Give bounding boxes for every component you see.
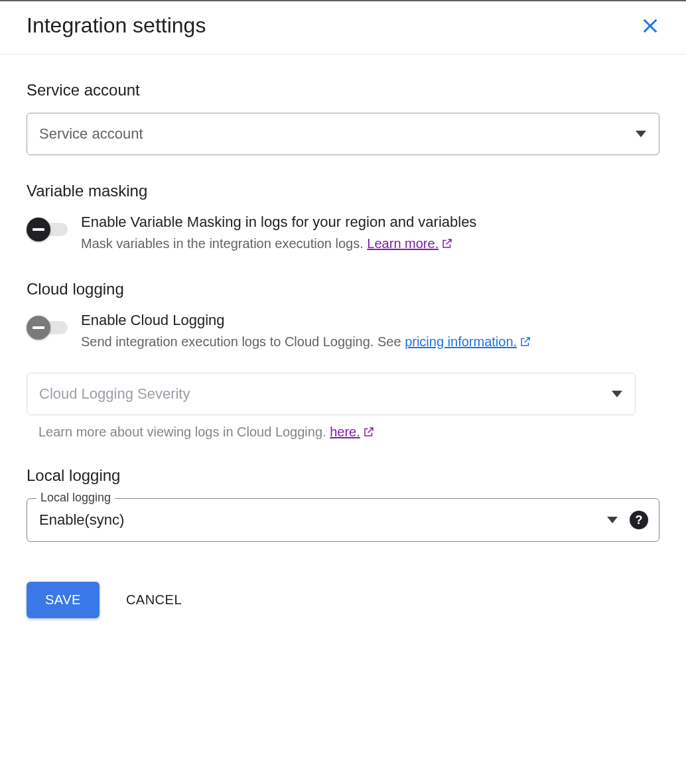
chevron-down-icon [607,514,618,526]
button-row: SAVE CANCEL [27,582,659,618]
service-account-placeholder: Service account [39,125,143,143]
variable-masking-section: Variable masking Enable Variable Masking… [27,182,659,253]
pricing-information-link[interactable]: pricing information. [405,334,517,349]
external-link-icon [363,426,375,438]
cloud-logging-desc: Send integration execution logs to Cloud… [81,332,659,352]
save-button[interactable]: SAVE [27,582,100,618]
cloud-logging-toggle-label: Enable Cloud Logging [81,312,659,329]
severity-placeholder: Cloud Logging Severity [39,385,190,403]
variable-masking-title: Variable masking [27,182,659,200]
service-account-section: Service account Service account [27,81,659,155]
minus-icon [27,316,50,340]
cloud-logging-title: Cloud logging [27,280,659,298]
svg-rect-1 [33,326,44,329]
minus-icon [27,218,50,241]
external-link-icon [519,333,531,345]
dialog-header: Integration settings [0,1,686,54]
variable-masking-desc: Mask variables in the integration execut… [81,233,659,253]
cancel-button[interactable]: CANCEL [126,592,182,608]
cloud-logging-toggle[interactable] [27,316,65,329]
help-icon[interactable]: ? [630,511,648,529]
cloud-logging-section: Cloud logging Enable Cloud Logging Send … [27,280,659,440]
local-logging-value: Enable(sync) [39,511,124,529]
variable-masking-learn-more-link[interactable]: Learn more. [367,236,439,251]
local-logging-select[interactable]: Local logging Enable(sync) ? [27,498,659,542]
close-icon[interactable] [641,17,659,35]
dialog-title: Integration settings [27,13,206,38]
local-logging-field-label: Local logging [36,491,115,505]
service-account-select[interactable]: Service account [27,113,659,155]
local-logging-section: Local logging Local logging Enable(sync)… [27,466,659,542]
svg-rect-0 [33,228,44,231]
local-logging-title: Local logging [27,466,659,485]
service-account-title: Service account [27,81,659,99]
cloud-logging-helper: Learn more about viewing logs in Cloud L… [27,425,659,440]
cloud-logging-severity-select[interactable]: Cloud Logging Severity [27,373,636,415]
external-link-icon [441,235,453,247]
cloud-logging-here-link[interactable]: here. [330,425,360,439]
variable-masking-toggle-label: Enable Variable Masking in logs for your… [81,214,659,231]
variable-masking-toggle[interactable] [27,218,65,231]
